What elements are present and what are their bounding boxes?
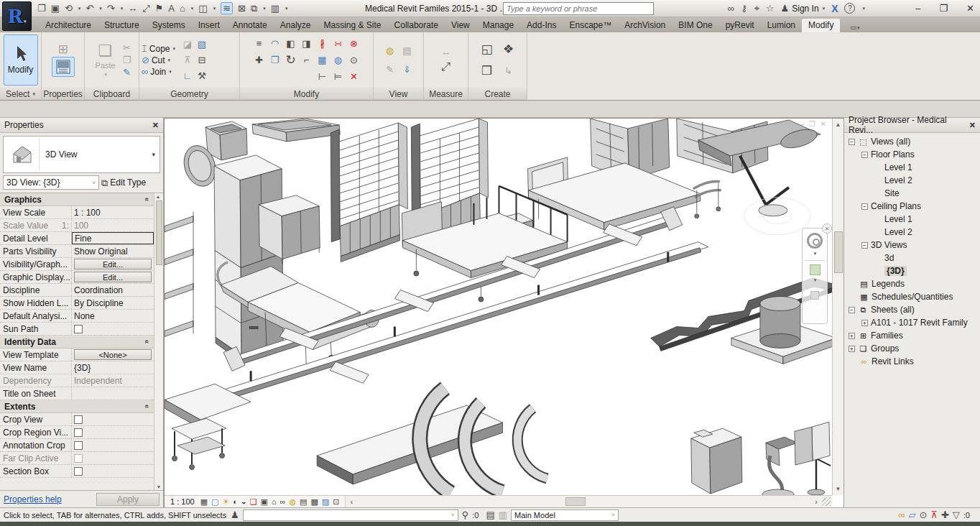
modify-tool-button[interactable]: Modify [4, 34, 38, 86]
tree-item-schedules[interactable]: ▦Schedules/Quantities [844, 290, 980, 303]
tab-insert[interactable]: Insert [192, 19, 226, 32]
measure-icon[interactable]: ↔ [128, 4, 137, 13]
legend-component-icon[interactable]: ◱ [481, 43, 492, 55]
design-option-select[interactable]: Main Model˅ [511, 509, 619, 521]
cut-profile-icon[interactable]: ⇓ [403, 65, 411, 74]
property-row[interactable]: Section Box [0, 465, 154, 478]
property-row[interactable]: Graphic Display...Edit... [0, 271, 154, 284]
visibility-edit-button[interactable]: Edit... [74, 259, 152, 269]
family-types-icon[interactable]: ⊞ [57, 43, 68, 55]
panel-label-create[interactable]: Create [468, 88, 527, 100]
expand-box-icon[interactable]: + [849, 346, 855, 352]
tree-item-3d-views[interactable]: −3D Views [844, 239, 980, 252]
chevron-down-icon[interactable]: ▾ [99, 6, 102, 11]
redo-icon[interactable]: ↷ [107, 4, 115, 13]
paste-button[interactable]: ❏ Paste ▾ [93, 34, 119, 86]
sun-path-checkbox[interactable] [74, 325, 83, 333]
property-row[interactable]: Visibility/Graph...Edit... [0, 258, 154, 271]
resize-grip[interactable] [822, 497, 831, 506]
section-box-checkbox[interactable] [74, 467, 83, 476]
scrollbar-thumb[interactable] [156, 200, 162, 265]
user-interface-icon[interactable]: ▥ [271, 4, 279, 13]
wall-joins-icon[interactable]: ∟ [183, 71, 193, 80]
type-selector[interactable]: 3D View ▾ [3, 136, 160, 173]
displacement-sets-icon[interactable]: ⊡ [333, 498, 339, 506]
tree-item-ceiling-plans[interactable]: −Ceiling Plans [844, 200, 980, 213]
chevron-down-icon[interactable]: ▾ [814, 277, 817, 283]
coping-icon[interactable]: ⊼ [184, 55, 191, 65]
close-icon[interactable]: ✕ [152, 121, 159, 130]
match-type-icon[interactable]: ✎ [123, 68, 131, 77]
select-links-toggle-icon[interactable]: ∞ [898, 510, 905, 520]
exchange-apps-icon[interactable]: X [831, 3, 838, 14]
split-with-gap-icon[interactable]: ∺ [334, 39, 342, 48]
view-instance-combobox[interactable]: 3D View: {3D} ˅ [3, 175, 99, 190]
scroll-up-icon[interactable]: ▲ [156, 194, 162, 199]
shadows-icon[interactable]: ◐ [233, 498, 238, 506]
offset-icon[interactable]: ◠ [271, 39, 279, 48]
collapse-box-icon[interactable]: − [861, 152, 868, 158]
tree-item-groups[interactable]: +❏Groups [844, 342, 980, 355]
worksharing-display-icon[interactable]: ▨ [322, 498, 329, 506]
communication-center-icon[interactable]: ⌖ [754, 4, 759, 13]
graphic-display-edit-button[interactable]: Edit... [74, 272, 152, 282]
crop-view-checkbox[interactable] [74, 415, 83, 424]
tree-item-level-2[interactable]: Level 2 [844, 174, 980, 187]
undo-icon[interactable]: ↶ [85, 4, 93, 13]
trim-extend-corner-icon[interactable]: ⌐ [304, 55, 310, 65]
chevron-down-icon[interactable]: ▾ [213, 6, 216, 11]
property-row[interactable]: View Template<None> [0, 349, 154, 361]
mirror-draw-axis-icon[interactable]: ◨ [302, 39, 310, 48]
scroll-right-icon[interactable]: › [810, 497, 822, 506]
crop-view-icon[interactable]: ❑ [250, 498, 257, 506]
beam-joins-icon[interactable]: ⊟ [198, 55, 206, 65]
property-row[interactable]: Crop View [0, 413, 154, 426]
linework-icon[interactable]: ✎ [386, 65, 394, 74]
move-icon[interactable]: ✚ [255, 55, 263, 65]
tab-enscape[interactable]: Enscape™ [563, 19, 618, 32]
minimize-button[interactable]: – [915, 3, 920, 14]
array-linear-icon[interactable]: ▦ [318, 55, 326, 65]
tab-massing-site[interactable]: Massing & Site [318, 19, 388, 32]
chevron-down-icon[interactable]: ▾ [862, 6, 865, 11]
show-rendering-dialog-icon[interactable]: ◒ [241, 498, 246, 506]
sync-with-central-icon[interactable]: ⟲ [65, 4, 73, 13]
tab-lumion[interactable]: Lumion [761, 19, 802, 32]
load-as-group-icon[interactable]: ↳ [504, 66, 512, 75]
collapse-box-icon[interactable]: − [849, 139, 855, 145]
scrollbar-thumb[interactable] [565, 497, 586, 506]
tab-manage[interactable]: Manage [476, 19, 520, 32]
property-row[interactable]: View Name{3D} [0, 361, 154, 374]
property-row[interactable]: Parts VisibilityShow Original [0, 245, 154, 258]
scroll-left-icon[interactable]: ‹ [346, 497, 357, 506]
close-button[interactable]: ✕ [966, 3, 974, 14]
hide-analytical-model-icon[interactable]: ▩ [310, 498, 318, 506]
chevron-down-icon[interactable]: ▾ [121, 6, 124, 11]
panel-label-select[interactable]: Select▾ [0, 88, 41, 100]
property-row[interactable]: View Scale1 : 100 [0, 206, 154, 219]
unpin-icon[interactable]: ⊗ [350, 39, 358, 48]
search-binoculars-icon[interactable]: ∞ [728, 4, 734, 13]
scroll-down-icon[interactable]: ▼ [836, 483, 841, 495]
create-similar-icon[interactable]: ❖ [503, 43, 514, 55]
design-options-icon[interactable]: ▤ [486, 510, 494, 520]
worksets-icon[interactable]: ♟ [231, 510, 239, 520]
steering-wheel-icon[interactable] [807, 233, 823, 249]
copy-icon[interactable]: ❐ [123, 55, 131, 65]
collapse-box-icon[interactable]: − [861, 242, 868, 249]
show-hidden-lines-icon[interactable]: ◍ [386, 46, 394, 55]
cut-geometry-button[interactable]: ⊘Cut▾ [142, 55, 175, 65]
tab-systems[interactable]: Systems [146, 19, 192, 32]
expand-box-icon[interactable]: + [861, 320, 868, 326]
save-icon[interactable]: ▣ [51, 4, 60, 13]
help-icon[interactable]: ? [844, 3, 855, 14]
subscription-key-icon[interactable]: ⚷ [741, 4, 748, 13]
temporary-view-properties-icon[interactable]: ▤ [300, 498, 307, 506]
sign-in-button[interactable]: ♟ Sign In ▾ [781, 4, 826, 14]
demolish-hammer-icon[interactable]: ⚒ [198, 71, 206, 80]
scroll-up-icon[interactable]: ▲ [836, 119, 841, 131]
navigation-bar-close-icon[interactable]: ✕ [822, 223, 832, 234]
drawing-area[interactable]: ‒ ❒ ✕ ✕ ▾ ▾ ▲ ▼ 1 : 100 ▦ ▢ ☀ ◐ [164, 118, 843, 507]
zoom-tool-icon[interactable] [810, 264, 820, 275]
property-row[interactable]: DisciplineCoordination [0, 284, 154, 297]
